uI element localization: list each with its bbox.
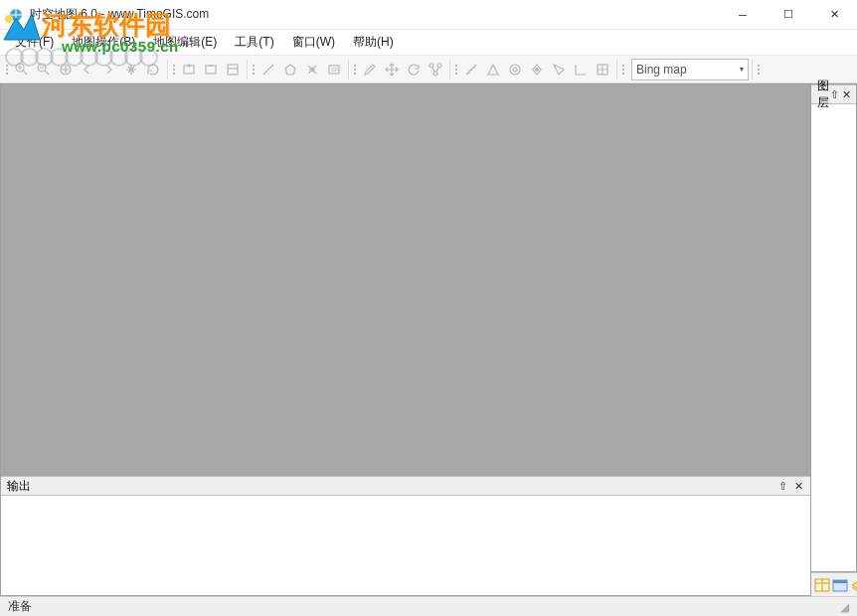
polygon-tool-icon[interactable] bbox=[279, 59, 301, 80]
dropdown-arrow-icon: ▾ bbox=[740, 65, 744, 74]
toolbar-grip[interactable] bbox=[4, 60, 9, 79]
next-view-icon[interactable] bbox=[98, 59, 120, 80]
svg-rect-7 bbox=[228, 65, 238, 75]
measure-area-icon[interactable] bbox=[482, 59, 504, 80]
geolocate-icon[interactable] bbox=[548, 59, 570, 80]
toolbar: SF Bing map ▾ bbox=[0, 56, 857, 83]
close-button[interactable]: ✕ bbox=[811, 0, 857, 29]
buffer-icon[interactable] bbox=[504, 59, 526, 80]
resize-grip-icon[interactable]: ◢ bbox=[840, 600, 849, 614]
toolbar-grip-3[interactable] bbox=[251, 60, 256, 79]
svg-point-13 bbox=[433, 72, 437, 76]
menu-map-operation[interactable]: 地图操作(B) bbox=[63, 31, 144, 54]
panel-close-icon[interactable]: ✕ bbox=[790, 480, 806, 493]
rotate-icon[interactable] bbox=[403, 59, 425, 80]
output-panel-title: 输出 bbox=[7, 478, 774, 495]
refresh-icon[interactable] bbox=[142, 59, 164, 80]
menu-file[interactable]: 文件(F) bbox=[6, 31, 63, 54]
panel-close-icon[interactable]: ✕ bbox=[841, 88, 853, 101]
remove-layer-icon[interactable] bbox=[200, 59, 222, 80]
svg-point-11 bbox=[429, 64, 433, 68]
grid-icon[interactable] bbox=[592, 59, 613, 80]
svg-point-16 bbox=[536, 68, 539, 71]
output-textarea[interactable] bbox=[1, 496, 810, 595]
window-title: 时空地图 6.0 - www.TimeGIS.com bbox=[30, 6, 720, 23]
map-canvas[interactable] bbox=[1, 84, 810, 476]
corner-icon[interactable] bbox=[570, 59, 592, 80]
menu-help[interactable]: 帮助(H) bbox=[344, 31, 403, 54]
toolbar-grip-4[interactable] bbox=[352, 60, 357, 79]
menu-window[interactable]: 窗口(W) bbox=[283, 31, 344, 54]
menu-map-edit[interactable]: 地图编辑(E) bbox=[144, 31, 226, 54]
edit-icon[interactable] bbox=[359, 59, 381, 80]
line-tool-icon[interactable] bbox=[257, 59, 279, 80]
menu-tools[interactable]: 工具(T) bbox=[226, 31, 282, 54]
center-icon[interactable] bbox=[526, 59, 548, 80]
previous-view-icon[interactable] bbox=[77, 59, 98, 80]
svg-text:SF: SF bbox=[331, 67, 339, 73]
svg-point-14 bbox=[510, 65, 520, 75]
svg-rect-20 bbox=[833, 580, 847, 583]
tab-table[interactable] bbox=[814, 576, 830, 594]
map-provider-dropdown[interactable]: Bing map ▾ bbox=[631, 59, 749, 80]
svg-point-12 bbox=[437, 64, 441, 68]
statusbar: 准备 ◢ bbox=[0, 596, 857, 616]
zoom-in-icon[interactable] bbox=[11, 59, 33, 80]
tab-layer-alt[interactable] bbox=[850, 576, 857, 594]
toolbar-grip-6[interactable] bbox=[620, 60, 625, 79]
pin-icon[interactable]: ⇧ bbox=[829, 88, 841, 101]
point-tool-icon[interactable] bbox=[301, 59, 323, 80]
toolbar-grip-2[interactable] bbox=[171, 60, 176, 79]
tab-time[interactable] bbox=[832, 576, 848, 594]
text-tool-icon[interactable]: SF bbox=[323, 59, 345, 80]
map-provider-value: Bing map bbox=[636, 63, 687, 77]
add-layer-icon[interactable] bbox=[178, 59, 200, 80]
svg-point-15 bbox=[513, 68, 517, 72]
full-extent-icon[interactable] bbox=[55, 59, 77, 80]
toolbar-grip-7[interactable] bbox=[756, 60, 761, 79]
right-tab-strip bbox=[811, 572, 857, 596]
svg-point-8 bbox=[310, 68, 314, 72]
maximize-button[interactable]: ☐ bbox=[766, 0, 811, 29]
pin-icon[interactable]: ⇧ bbox=[774, 480, 790, 493]
svg-rect-6 bbox=[206, 66, 216, 74]
minimize-button[interactable]: ─ bbox=[720, 0, 766, 29]
output-panel: 输出 ⇧ ✕ bbox=[1, 476, 810, 595]
app-icon bbox=[8, 7, 24, 23]
split-icon[interactable] bbox=[425, 59, 446, 80]
pan-icon[interactable] bbox=[120, 59, 142, 80]
titlebar: 时空地图 6.0 - www.TimeGIS.com ─ ☐ ✕ bbox=[0, 0, 857, 30]
toolbar-grip-5[interactable] bbox=[453, 60, 458, 79]
menubar: 文件(F) 地图操作(B) 地图编辑(E) 工具(T) 窗口(W) 帮助(H) bbox=[0, 30, 857, 56]
layer-properties-icon[interactable] bbox=[222, 59, 244, 80]
status-text: 准备 bbox=[8, 598, 32, 615]
zoom-out-icon[interactable] bbox=[33, 59, 55, 80]
layers-panel-title: 图层 bbox=[817, 77, 829, 111]
move-icon[interactable] bbox=[381, 59, 403, 80]
measure-line-icon[interactable] bbox=[460, 59, 482, 80]
